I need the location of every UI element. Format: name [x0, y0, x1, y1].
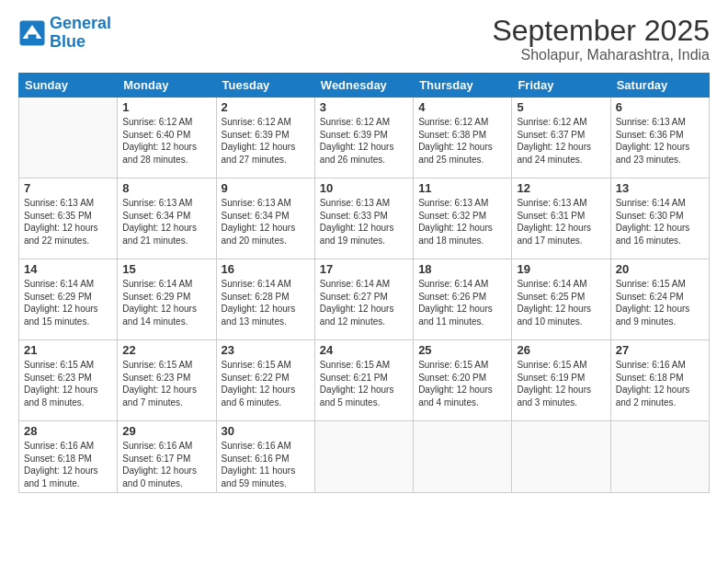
calendar-cell: 14Sunrise: 6:14 AM Sunset: 6:29 PM Dayli… [19, 259, 118, 340]
day-info: Sunrise: 6:15 AM Sunset: 6:23 PM Dayligh… [24, 359, 112, 408]
day-number: 8 [122, 181, 210, 195]
day-info: Sunrise: 6:14 AM Sunset: 6:29 PM Dayligh… [24, 278, 112, 327]
day-number: 19 [517, 262, 605, 276]
day-number: 13 [616, 181, 704, 195]
calendar-cell: 3Sunrise: 6:12 AM Sunset: 6:39 PM Daylig… [314, 98, 413, 178]
day-info: Sunrise: 6:15 AM Sunset: 6:21 PM Dayligh… [320, 359, 408, 408]
calendar-table: SundayMondayTuesdayWednesdayThursdayFrid… [18, 73, 710, 493]
day-info: Sunrise: 6:16 AM Sunset: 6:18 PM Dayligh… [616, 359, 704, 408]
day-info: Sunrise: 6:14 AM Sunset: 6:30 PM Dayligh… [616, 197, 704, 247]
day-number: 24 [320, 343, 408, 357]
logo-text: General Blue [50, 15, 111, 52]
day-number: 28 [24, 424, 112, 438]
title-section: September 2025 Sholapur, Maharashtra, In… [492, 15, 710, 63]
calendar-cell: 1Sunrise: 6:12 AM Sunset: 6:40 PM Daylig… [118, 98, 216, 178]
day-info: Sunrise: 6:14 AM Sunset: 6:29 PM Dayligh… [122, 278, 210, 327]
day-info: Sunrise: 6:15 AM Sunset: 6:24 PM Dayligh… [616, 278, 704, 327]
day-number: 30 [222, 424, 310, 438]
day-info: Sunrise: 6:13 AM Sunset: 6:34 PM Dayligh… [122, 197, 210, 247]
day-number: 11 [418, 181, 506, 195]
calendar-cell: 29Sunrise: 6:16 AM Sunset: 6:17 PM Dayli… [118, 421, 216, 493]
day-info: Sunrise: 6:13 AM Sunset: 6:31 PM Dayligh… [517, 197, 605, 247]
day-number: 22 [122, 343, 210, 357]
calendar-header-sunday: Sunday [19, 74, 118, 98]
day-number: 4 [418, 100, 506, 114]
day-number: 10 [320, 181, 408, 195]
day-info: Sunrise: 6:15 AM Sunset: 6:20 PM Dayligh… [418, 359, 506, 408]
calendar-cell: 11Sunrise: 6:13 AM Sunset: 6:32 PM Dayli… [414, 178, 512, 259]
day-info: Sunrise: 6:16 AM Sunset: 6:18 PM Dayligh… [24, 440, 112, 489]
calendar-cell: 9Sunrise: 6:13 AM Sunset: 6:34 PM Daylig… [216, 178, 314, 259]
day-info: Sunrise: 6:13 AM Sunset: 6:34 PM Dayligh… [222, 197, 310, 247]
calendar-cell: 19Sunrise: 6:14 AM Sunset: 6:25 PM Dayli… [512, 259, 610, 340]
page: General Blue September 2025 Sholapur, Ma… [0, 0, 728, 563]
calendar-header-saturday: Saturday [610, 74, 709, 98]
calendar-week-2: 7Sunrise: 6:13 AM Sunset: 6:35 PM Daylig… [19, 178, 710, 259]
day-number: 21 [24, 343, 112, 357]
calendar-cell: 18Sunrise: 6:14 AM Sunset: 6:26 PM Dayli… [414, 259, 512, 340]
calendar-cell: 27Sunrise: 6:16 AM Sunset: 6:18 PM Dayli… [610, 340, 709, 421]
day-info: Sunrise: 6:14 AM Sunset: 6:25 PM Dayligh… [517, 278, 605, 327]
calendar-cell: 23Sunrise: 6:15 AM Sunset: 6:22 PM Dayli… [216, 340, 314, 421]
calendar-cell [19, 98, 118, 178]
calendar-week-3: 14Sunrise: 6:14 AM Sunset: 6:29 PM Dayli… [19, 259, 710, 340]
day-number: 26 [517, 343, 605, 357]
day-number: 12 [517, 181, 605, 195]
calendar-header-row: SundayMondayTuesdayWednesdayThursdayFrid… [19, 74, 710, 98]
day-number: 20 [616, 262, 704, 276]
day-number: 27 [616, 343, 704, 357]
calendar-cell: 16Sunrise: 6:14 AM Sunset: 6:28 PM Dayli… [216, 259, 314, 340]
calendar-cell: 26Sunrise: 6:15 AM Sunset: 6:19 PM Dayli… [512, 340, 610, 421]
day-number: 15 [122, 262, 210, 276]
calendar-cell: 28Sunrise: 6:16 AM Sunset: 6:18 PM Dayli… [19, 421, 118, 493]
calendar-cell [414, 421, 512, 493]
calendar-cell: 6Sunrise: 6:13 AM Sunset: 6:36 PM Daylig… [610, 98, 709, 178]
calendar-cell: 30Sunrise: 6:16 AM Sunset: 6:16 PM Dayli… [216, 421, 314, 493]
day-number: 29 [122, 424, 210, 438]
calendar-cell [314, 421, 413, 493]
calendar-cell: 13Sunrise: 6:14 AM Sunset: 6:30 PM Dayli… [610, 178, 709, 259]
calendar-cell [512, 421, 610, 493]
day-info: Sunrise: 6:12 AM Sunset: 6:39 PM Dayligh… [222, 116, 310, 166]
day-info: Sunrise: 6:16 AM Sunset: 6:16 PM Dayligh… [222, 440, 310, 489]
day-info: Sunrise: 6:15 AM Sunset: 6:19 PM Dayligh… [517, 359, 605, 408]
calendar-header-tuesday: Tuesday [216, 74, 314, 98]
day-info: Sunrise: 6:14 AM Sunset: 6:27 PM Dayligh… [320, 278, 408, 327]
calendar-header-monday: Monday [118, 74, 216, 98]
day-number: 14 [24, 262, 112, 276]
day-number: 1 [122, 100, 210, 114]
day-info: Sunrise: 6:15 AM Sunset: 6:23 PM Dayligh… [122, 359, 210, 408]
calendar-cell: 5Sunrise: 6:12 AM Sunset: 6:37 PM Daylig… [512, 98, 610, 178]
day-info: Sunrise: 6:16 AM Sunset: 6:17 PM Dayligh… [122, 440, 210, 489]
day-info: Sunrise: 6:12 AM Sunset: 6:39 PM Dayligh… [320, 116, 408, 166]
day-info: Sunrise: 6:13 AM Sunset: 6:36 PM Dayligh… [616, 116, 704, 166]
logo-icon [18, 19, 46, 47]
calendar-cell: 4Sunrise: 6:12 AM Sunset: 6:38 PM Daylig… [414, 98, 512, 178]
day-number: 7 [24, 181, 112, 195]
calendar-cell: 21Sunrise: 6:15 AM Sunset: 6:23 PM Dayli… [19, 340, 118, 421]
day-number: 16 [222, 262, 310, 276]
day-number: 2 [222, 100, 310, 114]
header: General Blue September 2025 Sholapur, Ma… [18, 15, 710, 63]
day-number: 18 [418, 262, 506, 276]
calendar-cell: 10Sunrise: 6:13 AM Sunset: 6:33 PM Dayli… [314, 178, 413, 259]
logo: General Blue [18, 15, 111, 52]
calendar-header-thursday: Thursday [414, 74, 512, 98]
day-info: Sunrise: 6:14 AM Sunset: 6:26 PM Dayligh… [418, 278, 506, 327]
day-info: Sunrise: 6:12 AM Sunset: 6:40 PM Dayligh… [122, 116, 210, 166]
day-info: Sunrise: 6:12 AM Sunset: 6:37 PM Dayligh… [517, 116, 605, 166]
calendar-header-friday: Friday [512, 74, 610, 98]
day-number: 23 [222, 343, 310, 357]
calendar-header-wednesday: Wednesday [314, 74, 413, 98]
calendar-cell: 25Sunrise: 6:15 AM Sunset: 6:20 PM Dayli… [414, 340, 512, 421]
day-number: 17 [320, 262, 408, 276]
calendar-week-1: 1Sunrise: 6:12 AM Sunset: 6:40 PM Daylig… [19, 98, 710, 178]
calendar-cell: 20Sunrise: 6:15 AM Sunset: 6:24 PM Dayli… [610, 259, 709, 340]
calendar-week-4: 21Sunrise: 6:15 AM Sunset: 6:23 PM Dayli… [19, 340, 710, 421]
day-info: Sunrise: 6:13 AM Sunset: 6:35 PM Dayligh… [24, 197, 112, 247]
day-number: 25 [418, 343, 506, 357]
calendar-cell: 2Sunrise: 6:12 AM Sunset: 6:39 PM Daylig… [216, 98, 314, 178]
subtitle: Sholapur, Maharashtra, India [492, 47, 710, 63]
calendar-cell: 24Sunrise: 6:15 AM Sunset: 6:21 PM Dayli… [314, 340, 413, 421]
calendar-cell: 7Sunrise: 6:13 AM Sunset: 6:35 PM Daylig… [19, 178, 118, 259]
